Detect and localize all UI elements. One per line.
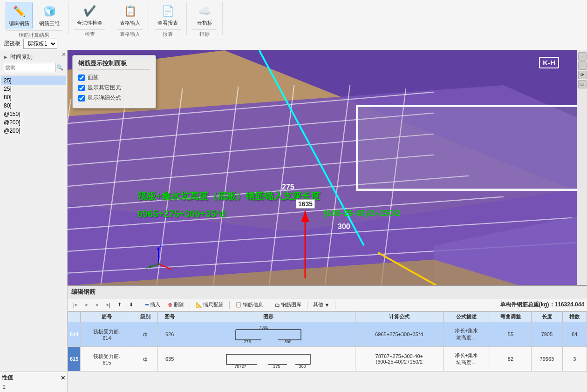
cloud-index-button[interactable]: ☁️ 云指标 (192, 2, 217, 28)
main-toolbar: ✏️ 编辑钢筋 🧊 钢筋三维 钢筋计算结果 ✔️ 合法性检查 检查 📋 表格输入… (0, 0, 587, 37)
toolbar-sep-2 (190, 301, 190, 309)
scale-config-button[interactable]: 📐 缩尺配筋 (193, 300, 226, 310)
move-up-icon: ⬆ (117, 302, 122, 308)
table-row[interactable]: 615 筏板受力筋.615 ф 635 (68, 347, 587, 372)
face-rebar-checkbox[interactable] (78, 74, 85, 81)
toolbar-group-check: ✔️ 合法性检查 检查 (68, 2, 111, 35)
svg-text:78727: 78727 (235, 364, 246, 369)
nav-prev-button[interactable]: < (82, 301, 90, 309)
move-down-button[interactable]: ⬇ (126, 300, 136, 309)
strip-btn-2[interactable]: - (578, 61, 587, 70)
rebar-3d-icon: 🧊 (42, 4, 57, 19)
strip-btn-4[interactable]: □ (578, 80, 587, 88)
face-rebar-label: 面筋 (88, 74, 99, 81)
sidebar-list: 25] 25] 80] 80] @150] @200] @200] (0, 75, 67, 372)
kh-label: K-H (539, 57, 559, 68)
props-close-button[interactable]: ✕ (61, 375, 65, 381)
nav-last-button[interactable]: >| (103, 301, 113, 309)
cell-length-614: 7905 (532, 322, 563, 347)
viewport-input-value[interactable]: 1635 (296, 199, 315, 209)
sidebar-close-button[interactable]: ✕ (61, 51, 66, 58)
sidebar-item-0[interactable]: 25] (1, 76, 66, 85)
svg-text:7385: 7385 (259, 325, 268, 330)
bottom-header: 编辑钢筋 (68, 286, 587, 298)
delete-icon: 🗑 (168, 302, 173, 308)
strip-btn-1[interactable]: + (578, 52, 587, 61)
svg-marker-41 (168, 267, 171, 270)
strip-btn-3[interactable]: ⟳ (578, 71, 587, 79)
th-level: 级别 (133, 312, 157, 322)
cell-count-615: 3 (562, 347, 587, 372)
legality-check-button[interactable]: ✔️ 合法性检查 (74, 2, 105, 28)
nav-first-button[interactable]: |< (70, 301, 80, 309)
rebar-lib-button[interactable]: 🗂 钢筋图库 (272, 300, 304, 310)
svg-text:275: 275 (244, 339, 251, 344)
sidebar-top-section: ✕ ▶ 时间复制 🔍 (0, 50, 67, 75)
sidebar-item-5[interactable]: @200] (1, 118, 66, 127)
th-shape-num: 图号 (157, 312, 182, 322)
cell-count-614: 84 (562, 322, 587, 347)
table-header-row: 筋号 级别 图号 图形 计算公式 公式描述 弯曲调整 长度 根数 (68, 312, 587, 322)
toolbar-group-table-label: 表格输入 (117, 29, 143, 38)
props-row-0: 2 (2, 384, 65, 390)
th-desc: 公式描述 (443, 312, 490, 322)
cell-name-614[interactable]: 筏板受力筋.614 (81, 322, 133, 347)
insert-label: 插入 (150, 301, 160, 308)
rebar-3d-button[interactable]: 🧊 钢筋三维 (36, 2, 62, 29)
others-button[interactable]: 其他 ▼ (310, 300, 332, 310)
axis-indicator: Z X Y (144, 243, 172, 271)
table-input-button[interactable]: 📋 表格输入 (117, 2, 143, 28)
total-weight: 单构件钢筋总重(kg)：116324.044 (500, 301, 584, 309)
bottom-section: 编辑钢筋 |< < > >| ⬆ ⬇ ⬅ 插入 🗑 删除 📐 缩尺配筋 📋 钢筋… (68, 285, 587, 392)
insert-button[interactable]: ⬅ 插入 (142, 300, 163, 310)
table-row[interactable]: 614 筏板受力筋.614 ф 626 7385 (68, 322, 587, 347)
rebar-3d-label: 钢筋三维 (39, 20, 60, 27)
sidebar-time-copy[interactable]: ▶ 时间复制 (2, 52, 65, 62)
sidebar-search-area: 🔍 (2, 62, 65, 73)
cell-formula-615: 78767+275+300-40+(600-25-40)/2+150/2 (355, 347, 443, 372)
cell-length-615: 79563 (532, 347, 563, 372)
toolbar-group-index-label: 指标 (192, 29, 217, 38)
toolbar-sep-1 (139, 301, 139, 309)
scale-config-label: 缩尺配筋 (203, 301, 224, 308)
legality-check-icon: ✔️ (82, 4, 97, 19)
legality-check-label: 合法性检查 (77, 20, 102, 27)
move-up-button[interactable]: ⬆ (115, 300, 124, 309)
sidebar-item-6[interactable]: @200] (1, 127, 66, 135)
checkbox-show-formula: 显示详细公式 (78, 94, 150, 102)
search-icon[interactable]: 🔍 (56, 64, 63, 71)
rebar-info-icon: 📋 (235, 302, 242, 308)
floor-selector[interactable]: 层筏板1 (23, 39, 57, 49)
show-other-checkbox[interactable] (78, 85, 85, 91)
rebar-table-scroll[interactable]: 筋号 级别 图号 图形 计算公式 公式描述 弯曲调整 长度 根数 614 筏板受… (68, 311, 587, 381)
sidebar-item-4[interactable]: @150] (1, 110, 66, 118)
sidebar-item-1[interactable]: 25] (1, 85, 66, 93)
cell-shapenum-615: 635 (157, 347, 182, 372)
sidebar-search-input[interactable] (4, 63, 55, 72)
view-report-button[interactable]: 📄 查看报表 (155, 2, 181, 28)
toolbar-group-report-label: 报表 (155, 29, 181, 38)
sidebar-item-3[interactable]: 80] (1, 101, 66, 110)
props-panel: 性值 ✕ 2 (0, 372, 67, 392)
nav-next-button[interactable]: > (93, 301, 101, 309)
props-key-0: 2 (3, 384, 21, 390)
edit-rebar-icon: ✏️ (12, 4, 27, 19)
rebar-info-button[interactable]: 📋 钢筋信息 (232, 300, 266, 310)
show-formula-checkbox[interactable] (78, 95, 85, 101)
sidebar-time-copy-label: 时间复制 (10, 53, 33, 61)
th-adj: 弯曲调整 (490, 312, 531, 322)
rebar-lib-icon: 🗂 (275, 302, 280, 308)
delete-button[interactable]: 🗑 删除 (165, 300, 187, 310)
left-sidebar: ✕ ▶ 时间复制 🔍 25] 25] 80] 80] @150] @200] @… (0, 50, 68, 392)
subtoolbar: 层筏板 层筏板1 (0, 37, 587, 50)
sidebar-item-2[interactable]: 80] (1, 93, 66, 101)
cell-name-615[interactable]: 筏板受力筋.615 (81, 347, 133, 372)
svg-point-46 (157, 263, 160, 265)
table-input-icon: 📋 (123, 4, 137, 19)
edit-rebar-button[interactable]: ✏️ 编辑钢筋 (6, 2, 33, 29)
cell-rownum-614: 614 (68, 322, 81, 347)
cell-adj-615: 82 (490, 347, 531, 372)
props-panel-label: 性值 (2, 374, 13, 382)
edit-rebar-label: 编辑钢筋 (9, 20, 29, 27)
th-formula: 计算公式 (355, 312, 443, 322)
